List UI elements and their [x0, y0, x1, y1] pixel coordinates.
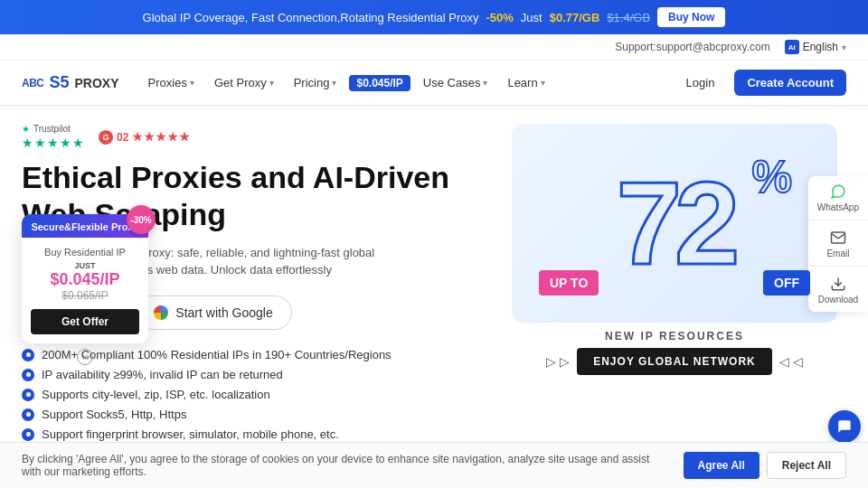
support-email: Support:support@abcproxy.com — [615, 41, 769, 53]
nav-item-get-proxy[interactable]: Get Proxy ▾ — [207, 72, 281, 93]
logo[interactable]: ABC S5 PROXY — [22, 73, 119, 92]
nav-item-pricing[interactable]: Pricing ▾ — [287, 72, 344, 93]
promo-card-body: Buy Residential IP JUST $0.045/IP $0.065… — [22, 238, 148, 343]
star-icon: ★ — [34, 136, 46, 150]
g2-count: 02 — [117, 131, 128, 144]
right-sidebar: WhatsApp Email Download — [808, 176, 868, 312]
nav-use-cases-label: Use Cases — [423, 76, 481, 89]
chevron-down-icon: ▾ — [842, 42, 846, 52]
promo-discount-badge: -30% — [127, 205, 156, 234]
feature-dot-icon — [22, 349, 34, 361]
nav-price-badge[interactable]: $0.045/IP — [349, 75, 410, 91]
language-selector[interactable]: AI English ▾ — [785, 40, 846, 54]
nav-links: Proxies ▾ Get Proxy ▾ Pricing ▾ $0.045/I… — [141, 72, 654, 93]
feature-dot-icon — [22, 428, 34, 441]
whatsapp-icon — [830, 183, 846, 200]
nav-pricing-label: Pricing — [294, 76, 330, 89]
login-button[interactable]: Login — [675, 70, 726, 95]
banner-discount: -50% — [486, 11, 514, 24]
chat-bubble-button[interactable] — [828, 410, 861, 443]
play-icon: ▷ ▷ — [546, 354, 570, 369]
reject-all-button[interactable]: Reject All — [767, 452, 846, 479]
promo-price-new: $0.045/IP — [31, 270, 139, 289]
g2-star-icon: ★ — [156, 130, 166, 144]
navbar: ABC S5 PROXY Proxies ▾ Get Proxy ▾ Prici… — [0, 61, 868, 106]
g2-star-icon: ★ — [167, 130, 178, 144]
cookie-text: By clicking 'Agree All', you agree to th… — [22, 453, 655, 478]
g2-star-icon: ★ — [132, 130, 143, 144]
chevron-down-icon: ▾ — [332, 78, 336, 88]
start-google-button[interactable]: Start with Google — [135, 296, 291, 330]
chevron-down-icon: ▾ — [190, 78, 194, 88]
promo-price-old: $0.065/IP — [31, 289, 139, 302]
nav-get-proxy-label: Get Proxy — [214, 76, 267, 89]
feature-dot-icon — [22, 408, 34, 421]
download-label: Download — [818, 295, 858, 305]
create-account-button[interactable]: Create Account — [734, 70, 846, 96]
promo-card-header: Secure&Flexible Proxy -30% — [22, 214, 148, 238]
chevron-down-icon: ▾ — [269, 78, 274, 88]
promo-just-label: JUST — [31, 261, 139, 270]
percent-sign: % — [752, 151, 792, 203]
email-icon — [830, 230, 846, 246]
g2-badge: G 02 ★ ★ ★ ★ ★ — [99, 130, 190, 145]
ai-icon: AI — [785, 40, 799, 54]
trustpilot-stars: ★ ★ ★ ★ ★ — [22, 136, 84, 150]
star-icon: ★ — [47, 136, 59, 150]
trustpilot-badge: ★ Trustpilot ★ ★ ★ ★ ★ — [22, 124, 84, 150]
enjoy-button[interactable]: ENJOY GLOBAL NETWORK — [577, 348, 772, 375]
whatsapp-label: WhatsApp — [817, 202, 859, 212]
get-offer-button[interactable]: Get Offer — [31, 309, 139, 334]
star-icon: ★ — [22, 136, 33, 150]
logo-s5: S5 — [50, 73, 70, 92]
feature-dot-icon — [22, 369, 34, 381]
enjoy-row: ▷ ▷ ENJOY GLOBAL NETWORK ◁ ◁ — [546, 348, 802, 375]
sub-header: Support:support@abcproxy.com AI English … — [0, 34, 868, 61]
star-icon: ★ — [72, 136, 84, 150]
banner-buy-button[interactable]: Buy Now — [657, 7, 725, 27]
g2-icon: G — [99, 130, 113, 145]
promo-close-button[interactable]: ✕ — [77, 349, 93, 365]
up-to-badge: UP TO — [539, 270, 599, 296]
nav-item-learn[interactable]: Learn ▾ — [500, 72, 552, 93]
sidebar-whatsapp[interactable]: WhatsApp — [808, 176, 868, 221]
g2-star-icon: ★ — [144, 130, 155, 144]
email-label: Email — [826, 249, 849, 258]
g2-star-icon: ★ — [179, 130, 190, 144]
logo-abc: ABC — [22, 77, 44, 89]
banner-text: Global IP Coverage, Fast Connection,Rota… — [143, 11, 479, 24]
g2-stars: ★ ★ ★ ★ ★ — [132, 130, 190, 144]
banner-price-new: $0.77/GB — [550, 11, 600, 24]
cookie-buttons: Agree All Reject All — [684, 452, 847, 479]
top-banner: Global IP Coverage, Fast Connection,Rota… — [0, 0, 868, 34]
agree-all-button[interactable]: Agree All — [684, 452, 760, 479]
google-icon — [154, 305, 168, 320]
nav-proxies-label: Proxies — [148, 76, 187, 89]
banner-price-old: $1.4/GB — [607, 11, 650, 24]
nav-learn-label: Learn — [507, 76, 537, 89]
sidebar-download[interactable]: Download — [808, 268, 868, 312]
nav-price-label: $0.045/IP — [356, 77, 402, 89]
language-label: English — [803, 41, 838, 53]
promo-card-title: Buy Residential IP — [31, 247, 139, 258]
feature-item: Support Socks5, Http, Https — [22, 408, 485, 421]
right-panel: 72 % UP TO OFF NEW IP RESOURCES ▷ ▷ ENJO… — [503, 124, 846, 441]
nav-item-proxies[interactable]: Proxies ▾ — [141, 72, 202, 93]
chevron-down-icon: ▾ — [541, 78, 545, 88]
feature-item: Support fingerprint browser, simulator, … — [22, 427, 485, 441]
sidebar-email[interactable]: Email — [808, 222, 868, 267]
feature-dot-icon — [22, 389, 34, 401]
feature-item: IP availability ≥99%, invalid IP can be … — [22, 368, 485, 381]
nav-right: Login Create Account — [675, 70, 846, 96]
download-icon — [830, 276, 846, 292]
cookie-banner: By clicking 'Agree All', you agree to th… — [0, 442, 868, 488]
banner-just-label: Just — [521, 11, 542, 24]
big-number: 72 — [617, 164, 733, 282]
main-content: ★ Trustpilot ★ ★ ★ ★ ★ G 02 ★ ★ ★ — [0, 106, 868, 450]
trust-badges: ★ Trustpilot ★ ★ ★ ★ ★ G 02 ★ ★ ★ — [22, 124, 485, 150]
skip-icon: ◁ ◁ — [779, 354, 803, 369]
hero-visual: 72 % UP TO OFF — [512, 124, 837, 323]
new-ip-label: NEW IP RESOURCES — [605, 330, 744, 343]
chevron-down-icon: ▾ — [483, 78, 487, 88]
nav-item-use-cases[interactable]: Use Cases ▾ — [416, 72, 495, 93]
